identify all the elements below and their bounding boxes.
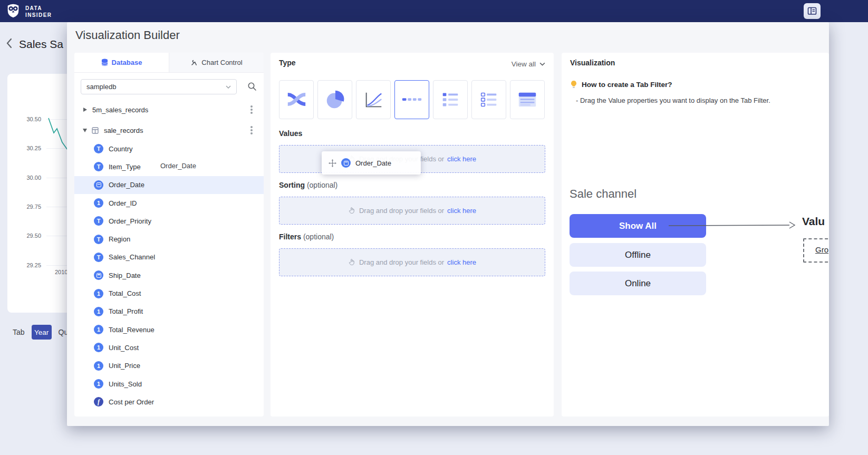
chart-type-sankey[interactable] (279, 80, 314, 119)
visualization-builder-modal: Visualization Builder Database (67, 22, 829, 426)
number-field-icon: 1 (94, 198, 103, 208)
tab-option[interactable]: Tab (13, 328, 25, 336)
dropzone-click-here-link[interactable]: click here (447, 207, 476, 215)
chart-type-tab-filter-selected[interactable] (394, 80, 429, 119)
y-tick: 29.75 (20, 204, 41, 210)
field-row-total-cost[interactable]: 1Total_Cost (74, 284, 264, 302)
chart-type-multi-choice[interactable] (471, 80, 506, 119)
text-field-icon: T (94, 253, 103, 262)
field-label: Sales_Channel (109, 253, 155, 261)
year-option-selected[interactable]: Year (32, 325, 52, 340)
y-tick: 30.50 (20, 116, 41, 122)
back-chevron-icon[interactable] (6, 38, 13, 51)
sorting-section-label: Sorting (optional) (279, 181, 337, 189)
x-tick: 2010 (55, 269, 67, 275)
field-row-total-revenue[interactable]: 1Total_Revenue (74, 321, 264, 338)
database-panel: Database Chart Control sampledb (74, 53, 264, 417)
database-icon (101, 59, 108, 66)
field-row-unit-cost[interactable]: 1Unit_Cost (74, 338, 264, 356)
field-label: Order_ID (109, 199, 137, 207)
field-row-country[interactable]: TCountry (74, 140, 264, 158)
calendar-icon (97, 182, 101, 187)
sorting-dropzone[interactable]: Drag and drop your fields or click here (279, 197, 545, 225)
owl-logo-icon (5, 3, 21, 21)
table-label: 5m_sales_records (92, 106, 148, 114)
lightbulb-icon (570, 80, 578, 91)
field-row-units-sold[interactable]: 1Units_Sold (74, 375, 264, 393)
table-row-sale-records[interactable]: sale_records (74, 121, 264, 139)
triangle-right-icon[interactable] (83, 108, 87, 112)
group-dropzone-clipped: Gro (803, 238, 829, 263)
date-granularity-tabs: Tab Year Qu (13, 325, 68, 340)
chart-type-table[interactable] (510, 80, 545, 119)
view-all-label: View all (512, 60, 536, 68)
field-row-order-date[interactable]: Order_Date (74, 176, 264, 194)
filters-section-label: Filters (optional) (279, 233, 334, 241)
field-row-ship-date[interactable]: Ship_Date (74, 266, 264, 284)
function-field-icon: f (94, 397, 103, 406)
kebab-menu-icon[interactable] (250, 129, 253, 131)
y-tick: 30.00 (20, 175, 41, 181)
dashboard-grid-icon-button[interactable] (804, 3, 821, 19)
y-tick: 29.25 (20, 262, 41, 268)
field-row-region[interactable]: TRegion (74, 230, 264, 248)
field-label: Cost per Order (109, 398, 154, 406)
field-row-cost-per-order[interactable]: fCost per Order (74, 393, 264, 411)
date-field-icon (94, 180, 103, 190)
search-icon[interactable] (247, 82, 257, 93)
chart-type-single-choice[interactable] (433, 80, 468, 119)
brand-name: DATA INSIDER (25, 5, 52, 19)
filters-dropzone[interactable]: Drag and drop your fields or click here (279, 248, 545, 276)
text-field-icon: T (94, 144, 103, 153)
field-label: Item_Type (109, 163, 141, 171)
visualization-panel: Visualization How to create a Tab Filter… (562, 53, 829, 417)
tip-body: - Drag the Value properties you want to … (576, 96, 770, 104)
number-field-icon: 1 (94, 343, 103, 352)
number-field-icon: 1 (94, 361, 103, 371)
tip-title: How to create a Tab Filter? (582, 81, 672, 89)
drag-chip-label: Order_Date (355, 159, 391, 167)
field-label: Ship_Date (109, 272, 141, 279)
field-row-order-priority[interactable]: TOrder_Priority (74, 212, 264, 230)
wrench-icon (190, 59, 198, 66)
chart-type-picker (279, 80, 545, 119)
dropzone-text: Drag and drop your fields or (359, 258, 444, 266)
dropzone-click-here-link[interactable]: click here (447, 155, 476, 163)
chart-type-pie[interactable] (317, 80, 352, 119)
database-select-value: sampledb (86, 83, 116, 91)
sankey-icon (285, 89, 307, 111)
field-label: Order_Date (109, 181, 144, 189)
field-row-item-type[interactable]: TItem_Type (74, 158, 264, 176)
table-row-5m-sales-records[interactable]: 5m_sales_records (74, 101, 264, 119)
triangle-down-icon[interactable] (83, 129, 87, 132)
view-all-button[interactable]: View all (512, 60, 545, 68)
dropzone-click-here-link[interactable]: click here (447, 258, 476, 266)
field-row-order-id[interactable]: 1Order_ID (74, 194, 264, 212)
preview-chart-title: Sale channel (570, 187, 636, 201)
number-field-icon: 1 (94, 325, 103, 334)
modal-title: Visualization Builder (75, 28, 180, 42)
number-field-icon: 1 (94, 289, 103, 298)
chevron-down-icon (539, 62, 545, 66)
field-label: Unit_Cost (109, 344, 139, 352)
text-field-icon: T (94, 162, 103, 171)
tab-database[interactable]: Database (74, 53, 169, 72)
field-row-total-profit[interactable]: 1Total_Profit (74, 303, 264, 321)
field-row-sales-channel[interactable]: TSales_Channel (74, 248, 264, 266)
visualization-section-label: Visualization (570, 59, 615, 67)
drag-chip-order-date[interactable]: Order_Date (322, 151, 421, 175)
group-link-clipped[interactable]: Gro (815, 245, 828, 254)
database-select[interactable]: sampledb (81, 79, 237, 94)
date-field-icon (94, 270, 103, 280)
page-title: Sales Sa (19, 38, 63, 51)
tab-chart-control-label: Chart Control (201, 59, 242, 66)
field-row-unit-price[interactable]: 1Unit_Price (74, 357, 264, 375)
tab-chart-control[interactable]: Chart Control (169, 53, 264, 72)
field-label: Total_Revenue (109, 326, 155, 334)
kebab-menu-icon[interactable] (250, 109, 253, 111)
calendar-icon (97, 273, 101, 278)
tab-filter-option-online[interactable]: Online (570, 272, 706, 295)
tab-filter-option-offline[interactable]: Offline (570, 243, 706, 267)
table-icon (516, 89, 538, 111)
chart-type-line[interactable] (356, 80, 391, 119)
